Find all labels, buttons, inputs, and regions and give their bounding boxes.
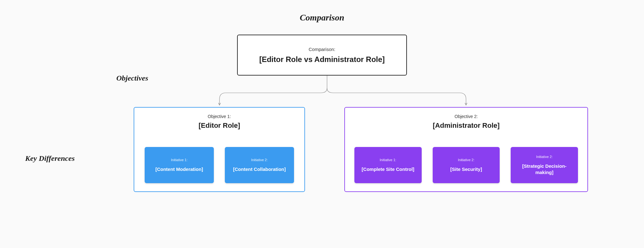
row-label-comparison: Comparison (300, 13, 344, 23)
comparison-sup: Comparison: (308, 47, 335, 52)
initiative-card[interactable]: Initiative 2: [Site Security] (433, 147, 500, 183)
initiative-row: Initiative 1: [Complete Site Control] In… (354, 147, 578, 183)
initiative-sup: Initiative 1: (380, 158, 397, 162)
initiative-sup: Initiative 2: (536, 155, 553, 159)
initiative-title: [Content Collaboration] (233, 166, 286, 172)
objective-sup: Objective 1: (208, 114, 231, 119)
initiative-sup: Initiative 1: (171, 158, 188, 162)
initiative-sup: Initiative 2: (458, 158, 475, 162)
initiative-title: [Content Moderation] (155, 166, 203, 172)
initiative-row: Initiative 1: [Content Moderation] Initi… (144, 147, 295, 183)
initiative-card[interactable]: Initiative 1: [Complete Site Control] (354, 147, 422, 183)
objective-title: [Administrator Role] (433, 121, 500, 130)
comparison-node[interactable]: Comparison: [Editor Role vs Administrato… (237, 35, 407, 76)
initiative-title: [Site Security] (450, 166, 482, 172)
comparison-title: [Editor Role vs Administrator Role] (259, 55, 385, 64)
initiative-card[interactable]: Initiative 2: [Strategic Decision-making… (511, 147, 578, 183)
objective-sup: Objective 2: (455, 114, 478, 119)
initiative-card[interactable]: Initiative 1: [Content Moderation] (145, 147, 214, 183)
objective-node-editor[interactable]: Objective 1: [Editor Role] Initiative 1:… (134, 107, 305, 192)
objective-title: [Editor Role] (199, 121, 240, 130)
row-label-key-differences: Key Differences (25, 154, 75, 163)
initiative-sup: Initiative 2: (251, 158, 268, 162)
initiative-title: [Strategic Decision-making] (514, 163, 574, 175)
initiative-card[interactable]: Initiative 2: [Content Collaboration] (225, 147, 294, 183)
initiative-title: [Complete Site Control] (362, 166, 414, 172)
objective-node-administrator[interactable]: Objective 2: [Administrator Role] Initia… (344, 107, 588, 192)
row-label-objectives: Objectives (116, 74, 148, 82)
